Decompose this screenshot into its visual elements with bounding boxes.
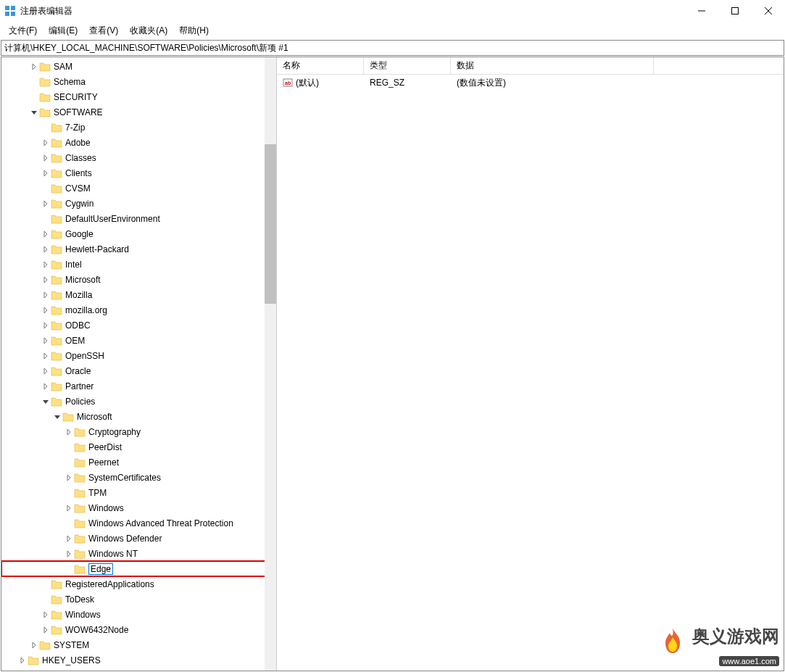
value-name: (默认) [296, 77, 319, 89]
tree-node[interactable]: Hewlett-Packard [1, 241, 276, 257]
chevron-right-icon[interactable] [64, 427, 74, 437]
minimize-button[interactable] [685, 0, 718, 22]
chevron-right-icon[interactable] [41, 199, 51, 209]
value-type-cell: REG_SZ [364, 78, 451, 88]
chevron-right-icon[interactable] [64, 503, 74, 513]
column-name[interactable]: 名称 [277, 57, 364, 74]
tree-node[interactable]: Classes [1, 150, 276, 165]
tree-node[interactable]: Policies [1, 394, 276, 409]
chevron-right-icon[interactable] [64, 549, 74, 559]
chevron-right-icon[interactable] [41, 625, 51, 635]
tree-node[interactable]: DefaultUserEnvironment [1, 211, 276, 226]
tree-node[interactable]: PeerDist [1, 439, 276, 455]
chevron-right-icon[interactable] [41, 290, 51, 300]
tree-node[interactable]: Cryptography [1, 424, 276, 439]
chevron-down-icon[interactable] [41, 397, 51, 407]
menu-view[interactable]: 查看(V) [83, 23, 124, 38]
chevron-right-icon[interactable] [41, 138, 51, 148]
chevron-right-icon[interactable] [41, 610, 51, 620]
menu-edit[interactable]: 编辑(E) [43, 23, 83, 38]
chevron-right-icon[interactable] [29, 640, 39, 650]
tree-node-label: Partner [65, 381, 94, 391]
tree-node[interactable]: Clients [1, 165, 276, 181]
tree-node[interactable]: SystemCertificates [1, 470, 276, 485]
tree-node-label: Microsoft [77, 412, 112, 422]
tree-scrollbar[interactable] [265, 57, 276, 671]
column-data[interactable]: 数据 [451, 57, 654, 74]
chevron-right-icon[interactable] [41, 153, 51, 163]
menu-file[interactable]: 文件(F) [3, 23, 43, 38]
chevron-right-icon[interactable] [41, 244, 51, 254]
chevron-down-icon[interactable] [52, 412, 62, 422]
tree-node[interactable]: OEM [1, 333, 276, 348]
list-row[interactable]: ab(默认)REG_SZ(数值未设置) [277, 75, 784, 91]
chevron-right-icon[interactable] [17, 655, 28, 665]
tree-node[interactable]: SYSTEM [1, 637, 276, 652]
tree-node[interactable]: Schema [1, 74, 276, 89]
tree-node[interactable]: ToDesk [1, 592, 276, 607]
tree-node[interactable]: TPM [1, 485, 276, 500]
tree-node[interactable]: Cygwin [1, 196, 276, 211]
svg-text:ab: ab [285, 80, 291, 86]
tree-node[interactable]: HKEY_USERS [1, 652, 276, 668]
chevron-right-icon[interactable] [64, 534, 74, 544]
tree-node[interactable]: SECURITY [1, 89, 276, 104]
chevron-right-icon[interactable] [64, 473, 74, 483]
chevron-right-icon[interactable] [41, 305, 51, 315]
chevron-right-icon[interactable] [41, 320, 51, 331]
chevron-down-icon[interactable] [29, 107, 39, 117]
tree-node-label: SystemCertificates [88, 473, 161, 483]
chevron-right-icon[interactable] [41, 168, 51, 178]
tree-node[interactable]: HKEY_CURRENT_CONFIG [1, 668, 276, 671]
tree-node[interactable]: OpenSSH [1, 348, 276, 363]
tree-node[interactable]: Mozilla [1, 287, 276, 302]
tree-node[interactable]: RegisteredApplications [1, 576, 276, 592]
tree-view[interactable]: SAMSchemaSECURITYSOFTWARE7-ZipAdobeClass… [1, 57, 276, 671]
tree-node[interactable]: Partner [1, 378, 276, 394]
chevron-right-icon[interactable] [17, 671, 28, 671]
tree-node[interactable]: SOFTWARE [1, 104, 276, 120]
tree-node[interactable]: Peernet [1, 455, 276, 470]
menu-favorites[interactable]: 收藏夹(A) [124, 23, 173, 38]
tree-node[interactable]: Windows NT [1, 546, 276, 561]
tree-node[interactable]: WOW6432Node [1, 622, 276, 637]
menu-help[interactable]: 帮助(H) [173, 23, 215, 38]
chevron-right-icon[interactable] [29, 62, 39, 72]
tree-node[interactable]: Windows Advanced Threat Protection [1, 515, 276, 531]
tree-node[interactable]: Windows Defender [1, 531, 276, 546]
tree-node-label[interactable]: Edge [88, 563, 113, 575]
close-button[interactable] [752, 0, 785, 22]
chevron-right-icon[interactable] [41, 336, 51, 346]
tree-node[interactable]: Intel [1, 257, 276, 272]
chevron-right-icon[interactable] [41, 351, 51, 361]
tree-node[interactable]: ODBC [1, 318, 276, 333]
chevron-right-icon[interactable] [41, 260, 51, 270]
tree-node[interactable]: Windows [1, 500, 276, 515]
chevron-right-icon[interactable] [41, 366, 51, 376]
tree-node[interactable]: mozilla.org [1, 302, 276, 318]
scrollbar-thumb[interactable] [265, 144, 276, 304]
chevron-right-icon[interactable] [41, 229, 51, 239]
tree-node[interactable]: Microsoft [1, 409, 276, 424]
tree-node[interactable]: SAM [1, 59, 276, 74]
chevron-right-icon[interactable] [41, 275, 51, 285]
column-type[interactable]: 类型 [364, 57, 451, 74]
tree-node[interactable]: CVSM [1, 181, 276, 196]
tree-node-label: Schema [54, 77, 86, 87]
tree-node[interactable]: Edge [1, 561, 276, 576]
tree-node-label: Windows Defender [88, 534, 162, 544]
maximize-button[interactable] [718, 0, 752, 22]
tree-node[interactable]: Windows [1, 607, 276, 622]
tree-node-label: Intel [65, 260, 82, 270]
address-bar[interactable]: 计算机\HKEY_LOCAL_MACHINE\SOFTWARE\Policies… [1, 40, 784, 56]
tree-node-label: OEM [65, 336, 85, 346]
tree-node[interactable]: Oracle [1, 363, 276, 378]
tree-node[interactable]: Microsoft [1, 272, 276, 287]
list-header: 名称 类型 数据 [277, 57, 784, 75]
tree-node[interactable]: 7-Zip [1, 120, 276, 135]
tree-node[interactable]: Google [1, 226, 276, 241]
tree-node[interactable]: Adobe [1, 135, 276, 150]
tree-node-label: TPM [88, 488, 107, 498]
tree-node-label: 7-Zip [65, 123, 85, 133]
chevron-right-icon[interactable] [41, 381, 51, 391]
